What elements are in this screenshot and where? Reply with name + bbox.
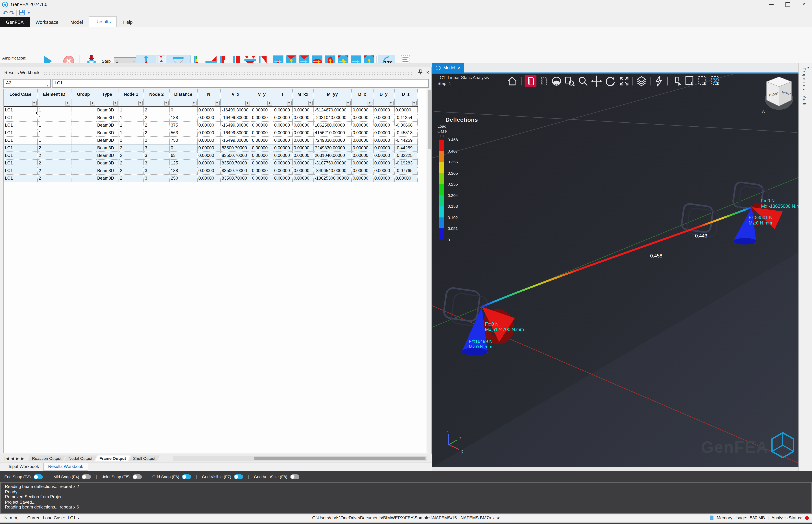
cell[interactable]: 0.00000 (351, 114, 373, 121)
cell[interactable]: 0.00000 (273, 167, 292, 175)
layers-icon[interactable] (637, 77, 646, 86)
cell[interactable]: 0.00000 (197, 167, 220, 175)
cell[interactable]: 4156210.00000 (314, 129, 351, 137)
snap-toggle[interactable] (132, 474, 142, 479)
cell[interactable]: 0.00000 (251, 137, 273, 144)
tab-results[interactable]: Results (89, 16, 117, 27)
filter-icon[interactable]: ▼ (32, 101, 37, 105)
cell[interactable]: 0.00000 (251, 129, 273, 137)
cell[interactable]: 3 (143, 152, 170, 159)
cell[interactable]: 0.00000 (273, 175, 292, 182)
cell[interactable]: 0.00000 (292, 121, 314, 129)
view-cube[interactable]: FRONT RIGHT S E (762, 77, 795, 114)
cell[interactable]: 0.00000 (373, 159, 394, 167)
sheet-tab-frame-output[interactable]: Frame Output (95, 456, 130, 461)
cell[interactable]: -16499.30000 (220, 129, 251, 137)
cell[interactable]: 0.00000 (394, 107, 417, 114)
last-sheet-icon[interactable]: ▶| (21, 456, 26, 461)
cell[interactable]: 0.00000 (273, 144, 292, 152)
cell[interactable]: 0.00000 (292, 167, 314, 175)
grid-vertical-scrollbar[interactable] (427, 89, 431, 453)
cell[interactable]: 0.00000 (373, 152, 394, 159)
cell[interactable]: Beam3D (96, 144, 118, 152)
cell[interactable]: 0.00000 (373, 144, 394, 152)
wireframe-view-icon[interactable] (541, 77, 546, 85)
cell[interactable]: 83500.70000 (220, 167, 251, 175)
cell[interactable]: -0.44259 (394, 137, 417, 144)
cell[interactable] (71, 129, 96, 137)
cell[interactable]: 83500.70000 (220, 175, 251, 182)
panel-close-icon[interactable]: × (424, 70, 431, 75)
next-sheet-icon[interactable]: ▶ (16, 456, 19, 461)
cell[interactable]: 1 (118, 121, 143, 129)
cell[interactable]: -5124670.00000 (314, 107, 351, 114)
model-viewport[interactable]: 0.458 0.443 Fx:0 N Mx:5124700 N.mm Fz:16… (432, 73, 798, 468)
cell[interactable]: 2 (143, 114, 170, 121)
cell[interactable]: LC1 (4, 144, 37, 152)
cell[interactable]: 0.00000 (373, 167, 394, 175)
filter-icon[interactable]: ▼ (90, 101, 95, 105)
cell[interactable]: 1 (118, 114, 143, 121)
filter-icon[interactable]: ▼ (388, 101, 393, 105)
cell[interactable]: 0.00000 (197, 107, 220, 114)
filter-icon[interactable]: ▼ (191, 101, 196, 105)
cell[interactable]: -16499.30000 (220, 137, 251, 144)
cell[interactable]: 0.00000 (251, 167, 273, 175)
cell[interactable]: 0.00000 (351, 167, 373, 175)
filter-icon[interactable]: ▼ (164, 101, 169, 105)
cell[interactable]: 0.00000 (197, 121, 220, 129)
cell[interactable]: -2031040.00000 (314, 114, 351, 121)
cell[interactable]: 250 (170, 175, 197, 182)
cell[interactable]: 0.00000 (251, 114, 273, 121)
cell[interactable]: 0.00000 (273, 152, 292, 159)
cell[interactable]: LC1 (4, 152, 37, 159)
qat-customize-icon[interactable]: ▾ (28, 11, 30, 15)
redo-icon[interactable]: ↷ (10, 10, 14, 16)
cell[interactable]: Beam3D (96, 167, 118, 175)
pan-icon[interactable] (591, 76, 602, 87)
cell[interactable]: 0 (170, 107, 197, 114)
cell[interactable]: 2 (118, 144, 143, 152)
cell[interactable]: 1 (118, 129, 143, 137)
cell[interactable]: 0.00000 (292, 129, 314, 137)
cell[interactable]: 3 (143, 175, 170, 182)
cell[interactable]: 1 (37, 129, 71, 137)
cell[interactable]: 2 (37, 159, 71, 167)
cell[interactable]: 0.00000 (197, 159, 220, 167)
cell[interactable]: 188 (170, 114, 197, 121)
cell[interactable]: 2 (37, 167, 71, 175)
filter-icon[interactable]: ▼ (412, 101, 417, 105)
cell[interactable]: 0.00000 (251, 121, 273, 129)
cell[interactable]: 3 (143, 144, 170, 152)
cell[interactable]: -16499.30000 (220, 107, 251, 114)
cell[interactable]: 188 (170, 167, 197, 175)
cell[interactable]: 0.00000 (373, 107, 394, 114)
cell[interactable]: LC1 (4, 121, 37, 129)
cell[interactable]: 0.00000 (273, 129, 292, 137)
zoom-window-icon[interactable] (566, 77, 575, 86)
cell[interactable]: 1 (118, 137, 143, 144)
filter-icon[interactable]: ▼ (367, 101, 372, 105)
cell[interactable]: LC1 (4, 114, 37, 121)
cell[interactable]: 0.00000 (292, 107, 314, 114)
cell[interactable] (71, 152, 96, 159)
rotate-icon[interactable] (606, 77, 615, 85)
orbit-icon[interactable] (553, 77, 561, 85)
cell[interactable]: 0.00000 (373, 137, 394, 144)
undo-icon[interactable]: ↶ (3, 10, 8, 16)
cell-reference-box[interactable]: A2▼ (3, 79, 51, 88)
cell[interactable]: 0.00000 (373, 114, 394, 121)
cell[interactable]: LC1 (4, 175, 37, 182)
cell[interactable]: 0.00000 (197, 144, 220, 152)
cell[interactable]: Beam3D (96, 175, 118, 182)
cell[interactable]: 2031040.00000 (314, 152, 351, 159)
sheet-tab-reaction-output[interactable]: Reaction Output (28, 456, 66, 461)
sheet-tab-shell-output[interactable]: Shell Output (129, 456, 160, 461)
cell[interactable]: 0.00000 (351, 152, 373, 159)
cell[interactable]: -0.45813 (394, 129, 417, 137)
formula-input[interactable]: LC1 (52, 79, 429, 88)
cell[interactable]: 2 (118, 152, 143, 159)
cell[interactable]: 0.00000 (197, 129, 220, 137)
cell[interactable]: 1 (37, 121, 71, 129)
cell[interactable]: 2 (143, 121, 170, 129)
